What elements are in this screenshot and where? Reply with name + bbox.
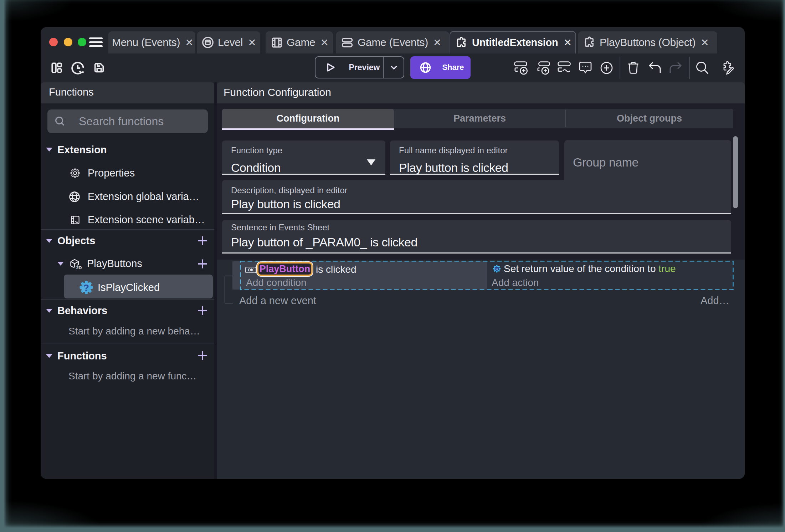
svg-text:2D: 2D [76, 265, 82, 270]
svg-text:G: G [496, 267, 498, 271]
svg-text:?: ? [83, 282, 89, 293]
